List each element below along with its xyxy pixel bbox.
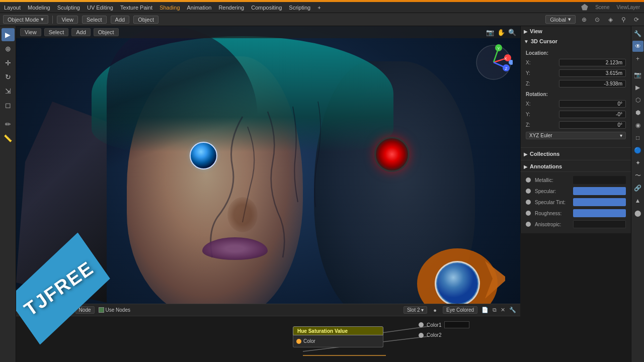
viewport-tool-5[interactable]: ⟳ — [632, 15, 641, 24]
y-label: Y: — [526, 70, 556, 76]
annotations-section[interactable]: ▶ Annotations — [521, 161, 631, 171]
ry-value[interactable]: -0° — [559, 111, 626, 118]
slot-dropdown[interactable]: Slot 2 ▾ — [404, 306, 427, 314]
measure-tool-btn[interactable]: 📏 — [2, 132, 15, 145]
output-icon[interactable]: ▶ — [632, 82, 643, 93]
y-value[interactable]: 3.615m — [559, 69, 626, 77]
vp-hand-icon[interactable]: ✋ — [497, 29, 505, 36]
rotation-mode-dropdown[interactable]: XYZ Euler ▾ — [526, 132, 626, 139]
transform-tool-btn[interactable]: ◻ — [2, 99, 15, 112]
toolbar-object-btn[interactable]: Object — [133, 16, 158, 24]
location-x-row: X: 2.123m — [524, 58, 628, 67]
scene-icon[interactable]: ⬢ — [632, 107, 643, 118]
vp-view-btn[interactable]: View — [20, 28, 41, 36]
collections-section[interactable]: ▶ Collections — [521, 149, 631, 159]
rx-value[interactable]: 0° — [559, 100, 626, 108]
material-tools-4[interactable]: 🔧 — [509, 307, 516, 313]
color1-dot — [419, 322, 424, 327]
particles-icon[interactable]: ✦ — [632, 157, 643, 168]
create-tab-icon[interactable]: + — [632, 53, 643, 64]
roughness-row: Roughness: — [524, 208, 628, 218]
vp-zoom-icon[interactable]: 🔍 — [508, 29, 516, 36]
view-layer-label: ViewLayer — [616, 5, 640, 10]
viewport-tool-4[interactable]: ⚲ — [619, 15, 628, 24]
tools-tab-icon[interactable]: 🔧 — [632, 28, 643, 39]
material-dropdown[interactable]: Eye Colored — [443, 306, 477, 314]
viewport-tool-3[interactable]: ◈ — [606, 15, 615, 24]
rotate-tool-btn[interactable]: ↻ — [2, 70, 15, 83]
material-tools-2[interactable]: ⧉ — [493, 307, 497, 313]
specular-tint-bar[interactable] — [573, 198, 626, 206]
world-icon[interactable]: ◉ — [632, 120, 643, 131]
menu-texture-paint[interactable]: Texture Paint — [120, 5, 152, 11]
menu-animation[interactable]: Animation — [187, 5, 212, 11]
cursor-tool-btn[interactable]: ⊕ — [2, 42, 15, 55]
data-icon[interactable]: ▲ — [632, 195, 643, 206]
vp-camera-icon[interactable]: 📷 — [486, 29, 494, 36]
anisotropic-bar[interactable] — [573, 220, 626, 228]
vp-select-btn[interactable]: Select — [44, 28, 69, 36]
main-layout: ▶ ⊕ ✛ ↻ ⇲ ◻ ✏ 📏 — [0, 26, 644, 362]
material-icon[interactable]: ⬤ — [632, 208, 643, 219]
vp-object-btn[interactable]: Object — [94, 28, 119, 36]
color1-swatch[interactable] — [444, 321, 469, 328]
material-tools-1[interactable]: 📄 — [481, 307, 489, 313]
color2-row: Color2 — [419, 332, 469, 338]
global-dropdown[interactable]: Global ▾ — [545, 15, 576, 24]
annotate-tool-btn[interactable]: ✏ — [2, 118, 15, 131]
viewport-tool-1[interactable]: ⊕ — [580, 15, 589, 24]
right-icon-strip: 🔧 👁 + 📷 ▶ ⬡ ⬢ ◉ □ 🔵 ✦ 〜 🔗 ▲ ⬤ — [631, 26, 644, 362]
scale-tool-btn[interactable]: ⇲ — [2, 84, 15, 98]
modifier-icon[interactable]: 🔵 — [632, 145, 643, 156]
viewport-3d[interactable]: TJFREE View Select Add Object 📷 ✋ 🔍 X — [16, 26, 520, 362]
global-chevron-icon: ▾ — [568, 16, 571, 23]
move-tool-btn[interactable]: ✛ — [2, 56, 15, 69]
material-tools-3[interactable]: ✕ — [501, 307, 505, 313]
rz-value[interactable]: 0° — [559, 121, 626, 129]
circuit-lines-svg — [167, 66, 393, 328]
render-icon[interactable]: 📷 — [632, 69, 643, 80]
menu-shading[interactable]: Shading — [159, 5, 180, 11]
object-icon[interactable]: □ — [632, 132, 643, 143]
object-mode-dropdown[interactable]: Object Mode ▾ — [3, 15, 48, 24]
toolbar-select-btn[interactable]: Select — [82, 16, 107, 24]
material-sphere-icon: ● — [433, 307, 437, 313]
menu-uv-editing[interactable]: UV Editing — [87, 5, 113, 11]
toolbar-add-btn[interactable]: Add — [111, 16, 130, 24]
location-z-row: Z: -3.938m — [524, 79, 628, 88]
cursor-section-header[interactable]: ▼ 3D Cursor — [521, 36, 631, 46]
toolbar-view-btn[interactable]: View — [57, 16, 78, 24]
specular-bar[interactable] — [573, 187, 626, 195]
anisotropic-label: Anisotropic: — [535, 222, 570, 227]
z-value[interactable]: -3.938m — [559, 80, 626, 87]
vp-add-btn[interactable]: Add — [71, 28, 91, 36]
view-tab-icon[interactable]: 👁 — [632, 41, 643, 52]
constraints-icon[interactable]: 🔗 — [632, 183, 643, 194]
menu-plus[interactable]: + — [317, 5, 320, 11]
view-layer-icon[interactable]: ⬡ — [632, 95, 643, 106]
menu-compositing[interactable]: Compositing — [251, 5, 282, 11]
slot-chevron: ▾ — [421, 307, 424, 313]
metallic-bar[interactable] — [573, 176, 626, 184]
node-canvas[interactable]: Color1 Color2 Hue Saturation Value — [16, 316, 520, 362]
x-value[interactable]: 2.123m — [559, 59, 626, 66]
viewport-gizmo: X Y Z — [475, 44, 513, 82]
menu-modeling[interactable]: Modeling — [28, 5, 50, 11]
roughness-bar[interactable] — [573, 209, 626, 217]
rotation-y-row: Y: -0° — [524, 110, 628, 119]
select-tool-btn[interactable]: ▶ — [2, 28, 15, 41]
view-section[interactable]: ▶ View — [521, 26, 631, 36]
z-label: Z: — [526, 81, 556, 86]
metallic-dot — [526, 177, 531, 183]
view-section-title: View — [530, 28, 542, 34]
viewport-tool-2[interactable]: ⊙ — [593, 15, 602, 24]
physics-icon[interactable]: 〜 — [632, 170, 643, 181]
use-nodes-check[interactable] — [99, 307, 104, 313]
menu-layout[interactable]: Layout — [4, 5, 21, 11]
use-nodes-checkbox[interactable]: Use Nodes — [99, 307, 130, 313]
menu-sculpting[interactable]: Sculpting — [57, 5, 80, 11]
lips — [202, 237, 268, 260]
menu-rendering[interactable]: Rendering — [218, 5, 244, 11]
menu-scripting[interactable]: Scripting — [289, 5, 310, 11]
nose-shadow — [227, 197, 258, 232]
